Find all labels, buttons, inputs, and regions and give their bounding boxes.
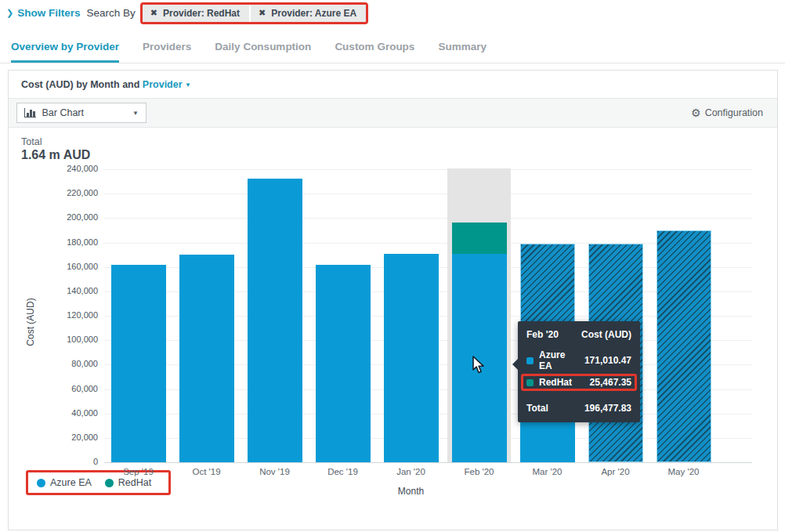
tooltip-series-name: RedHat xyxy=(539,377,584,388)
x-tick-label: Apr '20 xyxy=(581,467,649,476)
y-axis-title-column: Cost (AUD) xyxy=(21,169,38,462)
chart-toolbar: Bar Chart ▼ ⚙ Configuration xyxy=(9,98,777,128)
chevron-right-icon: ❯ xyxy=(6,8,13,18)
y-tick-label: 160,000 xyxy=(67,262,98,271)
tabs-bar: Overview by Provider Providers Daily Con… xyxy=(0,34,785,63)
y-axis-title: Cost (AUD) xyxy=(25,291,36,353)
chart-band xyxy=(445,169,513,462)
annotation-box-tooltip-redhat-row: RedHat 25,467.35 xyxy=(521,374,637,391)
bar-segment[interactable] xyxy=(111,265,166,462)
dimension-label: Provider xyxy=(143,79,183,90)
bar-segment[interactable] xyxy=(452,223,507,254)
x-tick-label: Feb '20 xyxy=(445,467,513,476)
annotation-box-filter-chips: ✖ Provider: RedHat ✖ Provider: Azure EA xyxy=(140,2,368,24)
search-by-label: Search By xyxy=(86,7,135,19)
chart-band xyxy=(377,169,445,462)
plot-area: Sep '19Oct '19Nov '19Dec '19Jan '20Feb '… xyxy=(104,169,752,462)
tooltip-total-value: 196,477.83 xyxy=(584,403,631,414)
chart-section: Total 1.64 m AUD Cost (AUD) 020,00040,00… xyxy=(9,128,777,495)
bar-segment[interactable] xyxy=(248,179,302,462)
legend-dot-icon xyxy=(37,479,45,487)
x-tick-label: May '20 xyxy=(649,467,718,476)
panel-title: Cost (AUD) by Month and xyxy=(21,79,139,90)
x-tick-label: Dec '19 xyxy=(309,467,377,476)
x-tick-label: Jan '20 xyxy=(377,467,445,476)
tab-providers[interactable]: Providers xyxy=(143,34,191,63)
y-axis-ticks: 020,00040,00060,00080,000100,000120,0001… xyxy=(38,169,104,462)
tab-custom-groups[interactable]: Custom Groups xyxy=(335,34,414,63)
y-tick-label: 200,000 xyxy=(67,212,98,222)
bar-segment[interactable] xyxy=(657,230,711,462)
y-tick-label: 60,000 xyxy=(71,384,98,393)
topbar: ❯ Show Filters Search By ✖ Provider: Red… xyxy=(0,0,785,24)
bar-segment[interactable] xyxy=(316,265,371,462)
tooltip-series-name: Azure EA xyxy=(539,349,579,371)
x-tick-label: Nov '19 xyxy=(241,467,309,476)
bar-segment[interactable] xyxy=(384,254,439,462)
tooltip-header-category: Feb '20 xyxy=(526,329,559,340)
tab-summary[interactable]: Summary xyxy=(438,34,487,63)
chart-card: Cost (AUD) by Month and Provider ▼ Bar C… xyxy=(8,70,778,530)
chart-area: Cost (AUD) 020,00040,00060,00080,000100,… xyxy=(21,169,765,462)
gear-icon: ⚙ xyxy=(691,107,701,119)
legend-item-azure-ea[interactable]: Azure EA xyxy=(37,477,92,488)
show-filters-label: Show Filters xyxy=(17,7,80,19)
tab-daily-consumption[interactable]: Daily Consumption xyxy=(215,34,311,63)
series-color-swatch xyxy=(526,379,534,386)
tooltip: Feb '20 Cost (AUD) Azure EA 171,010.47 R… xyxy=(518,321,640,422)
total-value: 1.64 m AUD xyxy=(21,148,765,162)
chart-type-value: Bar Chart xyxy=(42,107,85,118)
show-filters-link[interactable]: ❯ Show Filters xyxy=(6,7,80,19)
tooltip-row-azure-ea: Azure EA 171,010.47 xyxy=(526,347,631,374)
tab-overview-by-provider[interactable]: Overview by Provider xyxy=(11,34,119,63)
filter-chip-redhat[interactable]: ✖ Provider: RedHat xyxy=(143,5,249,22)
panel-header: Cost (AUD) by Month and Provider ▼ xyxy=(9,71,777,98)
chart-type-select[interactable]: Bar Chart ▼ xyxy=(16,103,147,123)
provider-dimension-dropdown[interactable]: Provider ▼ xyxy=(143,79,191,90)
bar-segment[interactable] xyxy=(520,416,575,462)
y-tick-label: 80,000 xyxy=(71,359,98,368)
y-tick-label: 140,000 xyxy=(67,286,98,295)
chart-band xyxy=(104,169,172,462)
x-axis-labels: Sep '19Oct '19Nov '19Dec '19Jan '20Feb '… xyxy=(104,467,718,476)
x-tick-label: Oct '19 xyxy=(172,467,241,476)
y-tick-label: 0 xyxy=(93,457,98,466)
y-tick-label: 40,000 xyxy=(71,408,98,418)
y-tick-label: 100,000 xyxy=(67,335,98,344)
tooltip-series-value: 25,467.35 xyxy=(590,377,631,388)
y-tick-label: 120,000 xyxy=(67,310,98,320)
filter-chip-label: Provider: RedHat xyxy=(163,8,240,19)
select-caret-icon: ▼ xyxy=(132,110,139,117)
legend-item-label: Azure EA xyxy=(50,477,92,488)
y-tick-label: 20,000 xyxy=(71,432,98,442)
total-label: Total xyxy=(21,136,765,147)
close-icon[interactable]: ✖ xyxy=(259,8,266,18)
tooltip-arrow-icon xyxy=(512,359,518,370)
y-tick-label: 240,000 xyxy=(67,164,98,173)
chart-band xyxy=(241,169,309,462)
series-color-swatch xyxy=(526,357,534,364)
chart-band xyxy=(172,169,241,462)
y-tick-label: 220,000 xyxy=(67,188,98,197)
tooltip-series-value: 171,010.47 xyxy=(584,355,631,366)
x-tick-label: Mar '20 xyxy=(513,467,581,476)
filter-chip-azure-ea[interactable]: ✖ Provider: Azure EA xyxy=(251,5,366,22)
caret-down-icon: ▼ xyxy=(185,81,191,89)
tooltip-total-label: Total xyxy=(526,403,548,414)
bar-segment[interactable] xyxy=(179,255,234,462)
tooltip-header-metric: Cost (AUD) xyxy=(581,329,631,340)
bar-chart-icon xyxy=(24,108,36,118)
mouse-cursor-icon xyxy=(471,356,487,375)
configuration-button[interactable]: ⚙ Configuration xyxy=(691,107,763,119)
chart-band xyxy=(649,169,718,462)
x-axis-title: Month xyxy=(104,486,718,497)
x-axis-line xyxy=(104,462,752,463)
chart-band xyxy=(309,169,377,462)
filter-chip-label: Provider: Azure EA xyxy=(271,8,356,19)
y-tick-label: 180,000 xyxy=(67,237,98,247)
x-tick-label: Sep '19 xyxy=(104,467,172,476)
close-icon[interactable]: ✖ xyxy=(150,8,157,18)
configuration-label: Configuration xyxy=(705,107,763,118)
